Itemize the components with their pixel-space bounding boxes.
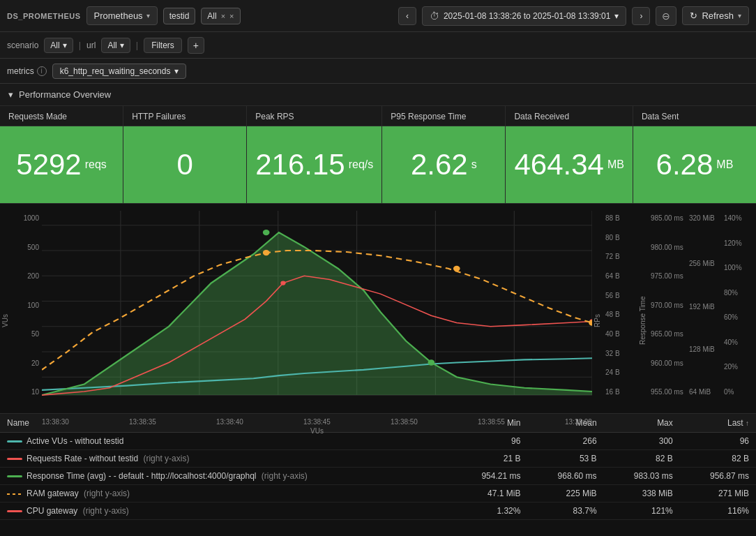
scenario-label: scenario xyxy=(7,40,38,50)
stat-card-title-data-received: Data Received xyxy=(506,106,632,126)
cell-mean: 225 MiB xyxy=(527,485,603,502)
scenario-chevron-icon: ▾ xyxy=(63,40,67,50)
scenario-dropdown[interactable]: All ▾ xyxy=(44,38,73,53)
clock-icon: ⏱ xyxy=(430,10,439,22)
stat-card-title-data-sent: Data Sent xyxy=(633,106,756,126)
cell-last: 96 xyxy=(680,433,756,450)
stat-card-peak-rps: Peak RPS 216.15 req/s xyxy=(247,106,382,203)
close-icon[interactable]: × xyxy=(221,12,225,20)
p95-unit: s xyxy=(471,158,477,171)
metrics-bar: metrics i k6_http_req_waiting_seconds ▾ xyxy=(0,59,756,84)
series-color-line xyxy=(7,458,22,460)
url-value: All xyxy=(107,40,116,50)
col-header-last[interactable]: Last ↑ xyxy=(680,414,756,433)
url-dropdown[interactable]: All ▾ xyxy=(101,38,130,53)
datasource-label: DS_PROMETHEUS xyxy=(7,12,81,20)
peak-rps-unit: req/s xyxy=(349,158,374,171)
nav-right-icon: › xyxy=(640,11,642,21)
info-icon[interactable]: i xyxy=(37,66,47,76)
series-color-line xyxy=(7,440,22,442)
series-suffix: (right y-axis) xyxy=(259,471,308,481)
svg-point-20 xyxy=(263,250,270,255)
time-range-chevron-icon: ▾ xyxy=(614,11,619,21)
add-filter-button[interactable]: + xyxy=(188,37,204,54)
stat-card-requests: Requests Made 5292 reqs xyxy=(0,106,123,203)
close-icon-2[interactable]: × xyxy=(229,12,234,20)
stat-card-http-failures: HTTP Failures 0 xyxy=(123,106,247,203)
sort-indicator: ↑ xyxy=(746,419,749,427)
datasource-value: Prometheus xyxy=(94,10,143,21)
series-color-line xyxy=(7,510,22,512)
table-row: RAM gateway (right y-axis)47.1 MiB225 Mi… xyxy=(0,485,756,502)
datasource-dropdown[interactable]: Prometheus ▾ xyxy=(86,6,158,25)
time-range-nav-next[interactable]: › xyxy=(632,7,650,25)
series-suffix: (right y-axis) xyxy=(82,489,130,498)
section-title: Performance Overview xyxy=(19,89,111,100)
stat-card-title-peak-rps: Peak RPS xyxy=(247,106,381,126)
refresh-button[interactable]: ↻ Refresh ▾ xyxy=(682,6,749,25)
tag-value: testid xyxy=(169,11,190,21)
zoom-out-button[interactable]: ⊖ xyxy=(656,6,676,26)
svg-point-16 xyxy=(263,230,270,235)
filters-button[interactable]: Filters xyxy=(144,38,182,53)
stat-card-title-http-failures: HTTP Failures xyxy=(123,106,246,126)
series-name: Response Time (avg) - - default - http:/… xyxy=(27,471,257,481)
cell-min: 47.1 MiB xyxy=(451,485,527,502)
metrics-dropdown[interactable]: k6_http_req_waiting_seconds ▾ xyxy=(52,64,187,79)
svg-point-17 xyxy=(428,359,435,365)
x-axis-labels: 13:38:30 13:38:35 13:38:40 13:38:45 13:3… xyxy=(42,415,592,427)
stat-card-value-peak-rps: 216.15 req/s xyxy=(247,126,381,203)
cell-name: CPU gateway (right y-axis) xyxy=(0,502,451,520)
cell-name: Requests Rate - without testid (right y-… xyxy=(0,450,451,468)
series-name: CPU gateway xyxy=(27,506,77,516)
section-header[interactable]: ▾ Performance Overview xyxy=(0,84,756,106)
url-chevron-icon: ▾ xyxy=(120,40,124,50)
cell-max: 121% xyxy=(604,502,680,520)
collapse-icon: ▾ xyxy=(8,89,13,100)
chart-inner: VUs 1000 500 200 100 50 20 10 xyxy=(0,211,756,413)
filter-bar: scenario All ▾ | url All ▾ | Filters + xyxy=(0,32,756,59)
cell-min: 21 B xyxy=(451,450,527,468)
stat-card-value-requests: 5292 reqs xyxy=(0,126,123,203)
data-received-unit: MB xyxy=(607,158,624,171)
stat-card-data-sent: Data Sent 6.28 MB xyxy=(633,106,756,203)
y-axis-rps-title: RPs xyxy=(592,211,603,413)
metrics-value: k6_http_req_waiting_seconds xyxy=(60,66,171,76)
data-sent-unit: MB xyxy=(716,158,733,171)
series-color-line xyxy=(7,493,22,495)
cell-max: 983.03 ms xyxy=(604,468,680,485)
stat-card-value-data-received: 464.34 MB xyxy=(506,126,632,203)
http-failures-number: 0 xyxy=(177,150,193,179)
time-range-nav-prev[interactable]: ‹ xyxy=(398,7,416,25)
stat-cards-row: Requests Made 5292 reqs HTTP Failures 0 … xyxy=(0,106,756,204)
refresh-icon: ↻ xyxy=(690,10,697,21)
table-row: CPU gateway (right y-axis)1.32%83.7%121%… xyxy=(0,502,756,520)
stat-card-title-p95: P95 Response Time xyxy=(382,106,505,126)
stat-card-value-p95: 2.62 s xyxy=(382,126,505,203)
series-color-line xyxy=(7,475,22,477)
metrics-label: metrics i xyxy=(7,66,47,76)
tag-pill: testid xyxy=(163,8,196,24)
metrics-chevron-icon: ▾ xyxy=(174,66,179,76)
cell-name: RAM gateway (right y-axis) xyxy=(0,485,451,502)
cell-last: 956.87 ms xyxy=(680,468,756,485)
stat-card-p95: P95 Response Time 2.62 s xyxy=(382,106,506,203)
cell-last: 116% xyxy=(680,502,756,520)
top-bar: DS_PROMETHEUS Prometheus ▾ testid All × … xyxy=(0,0,756,32)
separator-2: | xyxy=(136,40,138,50)
chart-plot-area[interactable]: 13:38:30 13:38:35 13:38:40 13:38:45 13:3… xyxy=(42,211,592,413)
filters-label: Filters xyxy=(151,40,174,50)
peak-rps-number: 216.15 xyxy=(255,150,345,179)
cell-max: 82 B xyxy=(604,450,680,468)
svg-point-21 xyxy=(453,266,460,271)
refresh-label: Refresh xyxy=(702,10,734,21)
all-label: All xyxy=(207,11,216,21)
col-header-max[interactable]: Max xyxy=(604,414,680,433)
requests-number: 5292 xyxy=(16,150,81,179)
chevron-down-icon: ▾ xyxy=(146,12,150,20)
time-range-display: ⏱ 2025-01-08 13:38:26 to 2025-01-08 13:3… xyxy=(422,6,627,26)
requests-unit: reqs xyxy=(85,158,107,171)
stat-card-title-requests: Requests Made xyxy=(0,106,123,126)
scenario-value: All xyxy=(50,40,59,50)
chart-svg xyxy=(42,211,592,413)
